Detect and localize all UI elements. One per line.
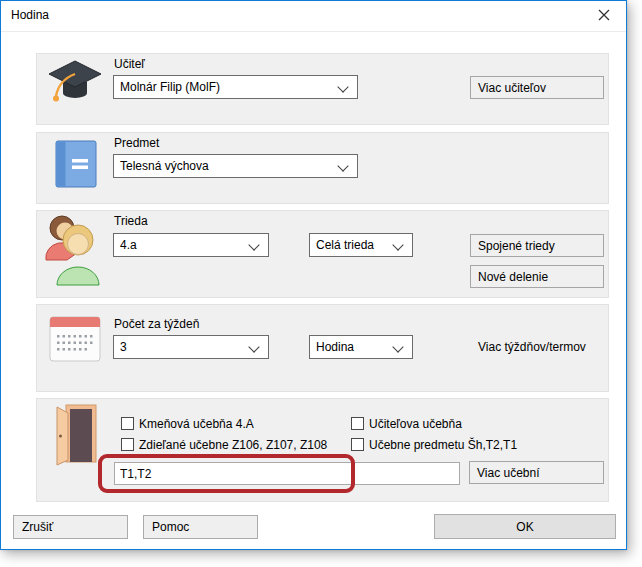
dialog-window: Hodina Učiteľ Molnár Filip (MolF) Viac u… — [0, 0, 627, 550]
graduation-cap-icon — [47, 58, 103, 112]
checkbox-box — [351, 438, 364, 451]
duration-select-value: Hodina — [316, 340, 354, 354]
titlebar: Hodina — [1, 1, 626, 32]
more-rooms-label: Viac učební — [477, 466, 540, 480]
class-select[interactable]: 4.a — [113, 233, 269, 257]
count-select-value: 3 — [120, 340, 127, 354]
more-teachers-button[interactable]: Viac učiteľov — [470, 76, 604, 99]
close-button[interactable] — [581, 1, 626, 30]
checkbox-shared-classrooms-label: Zdieľané učebne Z106, Z107, Z108 — [139, 438, 327, 452]
checkbox-box — [121, 417, 134, 430]
ok-button[interactable]: OK — [434, 514, 616, 539]
joined-classes-label: Spojené triedy — [478, 239, 555, 253]
help-label: Pomoc — [152, 520, 189, 534]
ok-label: OK — [516, 520, 533, 534]
more-rooms-button[interactable]: Viac učební — [469, 461, 604, 484]
chevron-down-icon — [337, 160, 348, 171]
checkbox-home-classroom-label: Kmeňová učebňa 4.A — [139, 417, 254, 431]
chevron-down-icon — [337, 81, 348, 92]
count-section: Počet za týždeň 3 Hodina Viac týždňov/te… — [36, 304, 609, 392]
checkbox-box — [351, 417, 364, 430]
chevron-down-icon — [392, 239, 403, 250]
class-group-select[interactable]: Celá trieda — [309, 233, 413, 257]
checkbox-subject-classrooms-label: Učebne predmetu Šh,T2,T1 — [369, 438, 517, 452]
teacher-select[interactable]: Molnár Filip (MolF) — [113, 75, 358, 99]
open-door-icon — [55, 404, 97, 470]
checkbox-shared-classrooms[interactable]: Zdieľané učebne Z106, Z107, Z108 — [121, 437, 327, 452]
class-select-value: 4.a — [120, 238, 137, 252]
count-label: Počet za týždeň — [114, 317, 199, 331]
class-section: Trieda 4.a Celá trieda Spojené triedy No… — [36, 210, 609, 298]
cancel-button[interactable]: Zrušiť — [13, 515, 128, 539]
more-teachers-label: Viac učiteľov — [478, 81, 546, 95]
teacher-label: Učiteľ — [114, 57, 145, 71]
rooms-input[interactable] — [114, 462, 460, 485]
dialog-title: Hodina — [11, 8, 49, 22]
checkbox-subject-classrooms[interactable]: Učebne predmetu Šh,T2,T1 — [351, 437, 517, 452]
students-icon — [45, 213, 103, 291]
more-weeks-link[interactable]: Viac týždňov/termov — [478, 340, 586, 354]
new-division-label: Nové delenie — [478, 270, 548, 284]
help-button[interactable]: Pomoc — [143, 515, 258, 539]
rooms-section: Kmeňová učebňa 4.A Zdieľané učebne Z106,… — [36, 398, 609, 502]
checkbox-box — [121, 438, 134, 451]
teacher-select-value: Molnár Filip (MolF) — [120, 80, 220, 94]
chevron-down-icon — [248, 239, 259, 250]
class-label: Trieda — [114, 214, 148, 228]
checkbox-teacher-classroom-label: Učiteľova učebňa — [369, 417, 462, 431]
subject-select[interactable]: Telesná výchova — [113, 154, 358, 178]
teacher-section: Učiteľ Molnár Filip (MolF) Viac učiteľov — [36, 53, 609, 125]
chevron-down-icon — [248, 341, 259, 352]
chevron-down-icon — [392, 341, 403, 352]
checkbox-teacher-classroom[interactable]: Učiteľova učebňa — [351, 416, 462, 431]
cancel-label: Zrušiť — [22, 520, 53, 534]
checkbox-home-classroom[interactable]: Kmeňová učebňa 4.A — [121, 416, 254, 431]
subject-section: Predmet Telesná výchova — [36, 132, 609, 204]
new-division-button[interactable]: Nové delenie — [470, 265, 604, 288]
count-select[interactable]: 3 — [113, 335, 269, 359]
close-icon — [598, 7, 610, 25]
duration-select[interactable]: Hodina — [309, 335, 413, 359]
class-group-select-value: Celá trieda — [316, 238, 374, 252]
calendar-icon — [49, 315, 101, 367]
subject-select-value: Telesná výchova — [120, 159, 209, 173]
book-icon — [55, 140, 97, 192]
subject-label: Predmet — [114, 136, 159, 150]
joined-classes-button[interactable]: Spojené triedy — [470, 234, 604, 257]
